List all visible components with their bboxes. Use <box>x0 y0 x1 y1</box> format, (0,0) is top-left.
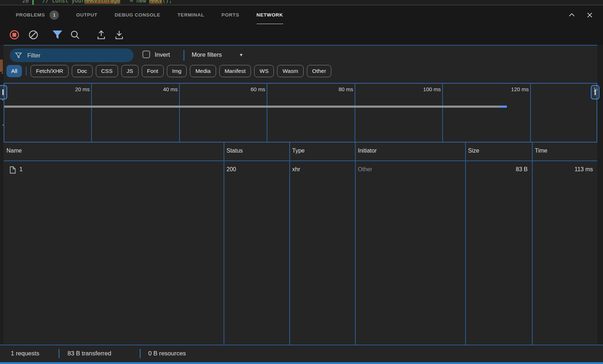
cell-status: 200 <box>226 166 236 173</box>
column-header-initiator[interactable]: Initiator <box>358 148 377 154</box>
upload-har-icon[interactable] <box>95 29 107 41</box>
chip-label: JS <box>127 68 133 74</box>
tab-problems-label: PROBLEMS <box>16 12 45 18</box>
chip-wasm[interactable]: Wasm <box>277 65 303 77</box>
close-icon[interactable] <box>586 11 594 19</box>
overview-window-left-handle[interactable] <box>0 85 7 99</box>
tick-label: 40 ms <box>140 86 178 92</box>
tick-label: 100 ms <box>403 86 441 92</box>
tab-network-label: NETWORK <box>257 12 283 18</box>
cell-size: 83 B <box>470 166 528 173</box>
chip-fetch-xhr[interactable]: Fetch/XHR <box>31 65 69 77</box>
request-overview-bar <box>4 106 499 108</box>
code-text-suffix: (); <box>162 0 172 4</box>
chip-other[interactable]: Other <box>307 65 332 77</box>
filter-divider <box>183 50 184 61</box>
invert-label[interactable]: Invert <box>155 51 170 59</box>
download-har-icon[interactable] <box>113 29 125 41</box>
network-overview-timeline: 20 ms 40 ms 60 ms 80 ms 100 ms 120 ms 14… <box>4 83 597 143</box>
chip-label: Doc <box>77 68 87 74</box>
scrollbar-dot <box>2 73 3 74</box>
timeline-gridline <box>267 84 267 142</box>
resource-type-filter: All Fetch/XHR Doc CSS JS Font Img Media … <box>6 65 331 77</box>
document-icon <box>10 166 16 174</box>
chip-divider <box>26 67 27 75</box>
tick-label: 20 ms <box>52 86 90 92</box>
chip-all[interactable]: All <box>6 65 22 77</box>
request-overview-bar-download <box>499 106 507 108</box>
network-status-bar: 1 requests 83 B transferred 0 B resource… <box>0 345 603 362</box>
line-number: 20 <box>18 0 29 5</box>
network-toolbar <box>0 24 603 45</box>
tick-label: 80 ms <box>316 86 353 92</box>
chip-img[interactable]: Img <box>167 65 187 77</box>
tab-debug-console[interactable]: DEBUG CONSOLE <box>114 5 160 24</box>
chip-manifest[interactable]: Manifest <box>219 65 251 77</box>
chip-label: All <box>11 68 17 74</box>
tick-label: 120 ms <box>491 86 529 92</box>
chip-label: Media <box>195 68 210 74</box>
cell-initiator: Other <box>358 166 372 173</box>
code-text-mid: = new <box>120 0 149 4</box>
chevron-up-icon[interactable] <box>568 11 576 19</box>
requests-count: 1 requests <box>11 350 39 357</box>
filter-funnel-icon[interactable] <box>52 30 63 39</box>
timeline-gridline <box>442 84 443 142</box>
table-row[interactable]: 1 200 xhr Other 83 B 113 ms <box>4 162 597 179</box>
chip-label: Manifest <box>225 68 246 74</box>
column-header-size[interactable]: Size <box>468 148 479 154</box>
vscode-panel: 20 // const yourMMKVStorage = new MMKV()… <box>0 0 603 364</box>
chip-media[interactable]: Media <box>190 65 216 77</box>
tick-label: 60 ms <box>228 86 265 92</box>
tab-terminal-label: TERMINAL <box>177 12 204 18</box>
funnel-outline-icon <box>15 52 22 59</box>
panel-tab-strip: PROBLEMS 1 OUTPUT DEBUG CONSOLE TERMINAL… <box>0 5 603 24</box>
clear-icon[interactable] <box>28 30 38 40</box>
window-bottom-accent <box>0 362 603 364</box>
timeline-gridline <box>530 84 531 142</box>
chip-label: Wasm <box>282 68 298 74</box>
tab-debug-console-label: DEBUG CONSOLE <box>114 12 160 18</box>
tab-problems[interactable]: PROBLEMS 1 <box>16 5 59 24</box>
search-icon[interactable] <box>70 29 80 40</box>
column-header-name[interactable]: Name <box>6 148 22 154</box>
chip-css[interactable]: CSS <box>96 65 118 77</box>
cell-type: xhr <box>292 166 300 173</box>
tab-ports-label: PORTS <box>221 12 239 18</box>
requests-table-header: Name Status Type Initiator Size Time <box>4 143 597 161</box>
panel-controls <box>568 5 594 24</box>
filter-input[interactable] <box>27 52 134 59</box>
tab-output[interactable]: OUTPUT <box>76 5 97 24</box>
cell-name: 1 <box>19 166 23 173</box>
chip-label: Other <box>312 68 326 74</box>
record-stop-icon[interactable] <box>9 30 19 40</box>
chip-js[interactable]: JS <box>121 65 139 77</box>
column-header-status[interactable]: Status <box>226 148 243 154</box>
chip-label: WS <box>260 68 268 74</box>
editor-code-sliver: 20 // const yourMMKVStorage = new MMKV()… <box>0 0 603 5</box>
transferred-amount: 83 B transferred <box>67 350 111 357</box>
timeline-gridline <box>91 84 92 142</box>
search-match-highlight: MMKV <box>149 0 162 4</box>
more-filters-button[interactable]: More filters <box>192 51 222 59</box>
chip-label: Font <box>147 68 158 74</box>
tab-network[interactable]: NETWORK <box>257 5 283 24</box>
column-header-type[interactable]: Type <box>292 148 305 154</box>
timeline-gridline <box>179 84 180 142</box>
column-header-time[interactable]: Time <box>535 148 547 154</box>
problems-count-badge: 1 <box>50 10 59 20</box>
overview-window-right-handle[interactable] <box>591 85 599 99</box>
chip-font[interactable]: Font <box>142 65 164 77</box>
filter-pill <box>10 48 134 62</box>
chip-doc[interactable]: Doc <box>72 65 93 77</box>
invert-checkbox[interactable] <box>142 51 150 58</box>
resources-amount: 0 B resources <box>148 350 186 357</box>
chip-ws[interactable]: WS <box>254 65 274 77</box>
tab-terminal[interactable]: TERMINAL <box>177 5 204 24</box>
code-text-prefix: // const your <box>42 0 84 4</box>
chip-label: Fetch/XHR <box>36 68 63 74</box>
modified-line-indicator <box>32 0 34 5</box>
code-comment: // const yourMMKVStorage = new MMKV(); <box>42 0 172 5</box>
chevron-down-icon: ▼ <box>239 52 243 57</box>
tab-ports[interactable]: PORTS <box>221 5 239 24</box>
